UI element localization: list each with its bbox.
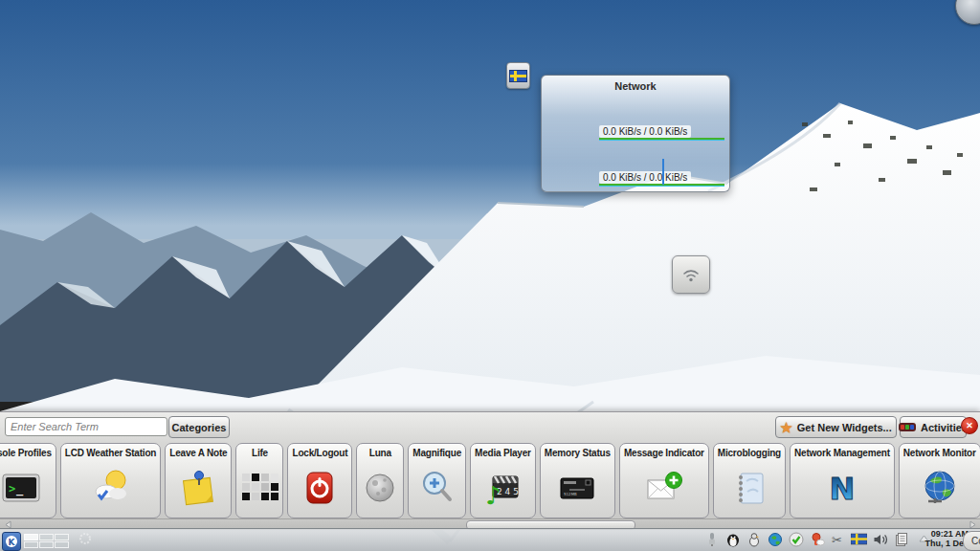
wifi-icon [679,263,702,286]
network-graph-line [599,138,724,141]
widget-tile-label: Memory Status [541,444,614,458]
clock-date: Thu, 1 Dec [921,539,969,548]
digital-clock[interactable]: 09:21 AM Thu, 1 Dec [921,529,969,548]
get-new-widgets-button[interactable]: ★ Get New Widgets... [775,416,897,438]
notifier-icon[interactable] [809,531,825,547]
corner-fragment-label: Co [971,536,980,546]
widget-tile[interactable]: Network ManagementN [790,443,895,518]
categories-button-label: Categories [172,422,227,433]
paper-stack-icon[interactable] [893,531,909,547]
widget-tile[interactable]: Leave A Note [165,443,232,518]
widget-tile[interactable]: nsole Profiles>_ [0,443,56,518]
activities-button[interactable]: Activities [900,416,967,438]
gear-icon [78,532,92,545]
system-tray: ✂ [703,531,909,547]
categories-button[interactable]: Categories [168,416,230,438]
network-graph-row: 0.0 KiB/s / 0.0 KiB/s [599,167,724,185]
widget-tile[interactable]: Lock/Logout [287,443,352,518]
clapperboard-icon: 2 4 5♪ [481,458,523,518]
widget-tile-label: nsole Profiles [0,444,56,458]
widget-tile[interactable]: Media Player2 4 5♪ [470,443,536,518]
activities-icon [899,423,916,431]
keyboard-flag-widget[interactable] [506,62,530,89]
widget-tile[interactable]: Network Monitor [899,443,980,518]
check-badge-icon[interactable] [788,531,804,547]
widget-tile[interactable]: Message Indicator [619,443,709,518]
network-widget-title: Network [542,80,729,92]
close-panel-button[interactable]: ✕ [961,417,978,434]
swedish-flag-icon [509,70,527,82]
moon-icon [359,458,401,518]
envelope-plus-icon [643,458,685,518]
sticky-note-icon [177,458,219,518]
wifi-button[interactable] [672,255,710,294]
widget-tile-label: Luna [366,444,395,458]
swedish-flag-icon[interactable] [851,531,867,547]
widget-tile-label: Microblogging [714,444,785,458]
virtual-desktop-pager[interactable] [24,534,69,548]
widget-tile-label: Magnifique [409,444,465,458]
svg-text:512MB: 512MB [564,492,577,496]
life-grid-icon [238,458,280,518]
widget-tile-label: Media Player [471,444,535,458]
weather-icon [90,458,132,518]
widget-tile[interactable]: Life [235,443,283,518]
power-icon [299,458,341,518]
search-input[interactable] [5,417,167,436]
widget-tile-label: LCD Weather Station [61,444,160,458]
widget-tile-label: Network Monitor [900,444,980,458]
desktop-screen: Network 0.0 KiB/s / 0.0 KiB/s 0.0 KiB/s … [0,0,980,551]
penguin-icon[interactable] [724,531,741,547]
kde-logo-icon: K [5,535,18,548]
widget-tile[interactable]: Microblogging [713,443,786,518]
widget-tile-label: Lock/Logout [288,444,351,458]
widget-list: nsole Profiles>_LCD Weather StationLeave… [0,443,980,518]
close-icon: ✕ [966,421,973,430]
svg-text:N: N [830,471,856,507]
star-icon: ★ [780,421,792,434]
memory-chip-icon: 512MB [556,458,598,518]
widget-tile-label: Network Management [791,444,894,458]
network-graph-line [599,184,724,187]
magnifier-icon [416,458,458,518]
network-rate-label: 0.0 KiB/s / 0.0 KiB/s [599,125,691,138]
network-rate-label: 0.0 KiB/s / 0.0 KiB/s [599,171,691,184]
globe-network-icon [919,458,961,518]
terminal-icon: >_ [0,458,42,518]
get-new-widgets-label: Get New Widgets... [797,422,892,433]
kde-menu-button[interactable]: K [2,532,21,551]
svg-text:>: > [9,482,15,496]
volume-icon[interactable] [872,531,888,547]
svg-text:✂: ✂ [832,533,842,547]
panel-corner-fragment[interactable]: Co [963,531,980,551]
widget-tile-label: Message Indicator [620,444,708,458]
widget-tile-label: Leave A Note [166,444,231,458]
widget-tile[interactable]: Memory Status512MB [540,443,615,518]
widget-tile-label: Life [248,444,272,458]
n-logo-icon: N [821,458,863,518]
svg-text:K: K [9,538,16,547]
clock-time: 09:21 AM [921,529,969,539]
notebook-icon [728,458,770,518]
network-graph-spike [662,159,664,185]
svg-text:♪: ♪ [485,481,501,509]
network-graph-row: 0.0 KiB/s / 0.0 KiB/s [599,121,724,139]
widget-explorer-panel: Categories ★ Get New Widgets... Activiti… [0,411,980,529]
network-widget[interactable]: Network 0.0 KiB/s / 0.0 KiB/s 0.0 KiB/s … [541,75,730,192]
svg-text:_: _ [16,482,24,496]
widget-tile[interactable]: Magnifique [408,443,466,518]
scissors-icon[interactable]: ✂ [830,531,846,547]
widget-tile[interactable]: Luna [356,443,404,518]
audio-jack-icon[interactable] [703,531,720,547]
globe-icon[interactable] [767,531,783,547]
chick-icon[interactable] [746,531,762,547]
widget-tile[interactable]: LCD Weather Station [60,443,161,518]
